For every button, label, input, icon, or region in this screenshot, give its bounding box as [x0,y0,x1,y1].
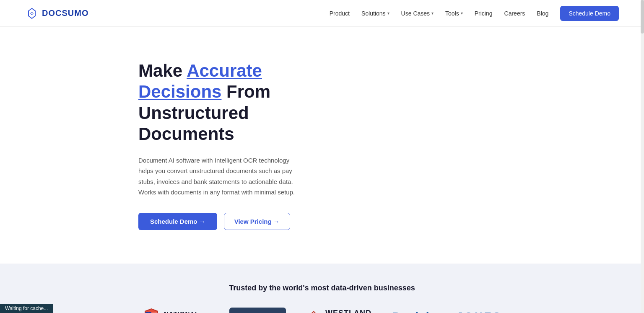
chevron-down-icon: ▾ [461,11,463,16]
nav-item-cta[interactable]: Schedule Demo [560,6,619,21]
valtatech-logo: valtatech [229,308,286,313]
chevron-down-icon: ▾ [387,11,390,16]
logos-grid: ★ NATIONAL — DEBT RELIEF — valtatech WES… [133,308,511,313]
nav-link-pricing[interactable]: Pricing [475,10,493,17]
nav-item-usecases[interactable]: Use Cases ▾ [401,10,434,17]
decisiv-logo: Decisiv [392,310,436,313]
hero-schedule-demo-button[interactable]: Schedule Demo → [138,213,217,230]
hero-view-pricing-button[interactable]: View Pricing → [224,213,290,230]
trust-title: Trusted by the world's most data-driven … [0,284,644,292]
nav-link-careers[interactable]: Careers [504,10,525,17]
status-bar: Waiting for cache... [0,304,53,313]
scrollbar-thumb[interactable] [641,0,644,34]
nav-schedule-demo-button[interactable]: Schedule Demo [560,6,619,21]
nav-item-product[interactable]: Product [330,10,350,17]
logo-text: DOCSUMO [42,8,88,18]
hero-cta-buttons: Schedule Demo → View Pricing → [138,213,644,230]
nav-item-solutions[interactable]: Solutions ▾ [361,10,390,17]
nav-item-careers[interactable]: Careers [504,10,525,17]
nav-link-blog[interactable]: Blog [537,10,548,17]
jones-logo: JONES [457,310,502,313]
chevron-down-icon: ▾ [431,11,434,16]
westland-logo: WESTLAND Real Estate Group INVEST • DEVE… [306,309,372,313]
nav-links: Product Solutions ▾ Use Cases ▾ Tools ▾ … [330,6,619,21]
nav-link-usecases[interactable]: Use Cases ▾ [401,10,434,17]
westland-diamond-icon [306,309,321,313]
nav-link-product[interactable]: Product [330,10,350,17]
nav-item-blog[interactable]: Blog [537,10,548,17]
ndr-shield-icon: ★ [142,308,161,313]
hero-description: Document AI software with Intelligent OC… [138,155,306,198]
status-label: Waiting for cache... [5,305,48,311]
trust-section: Trusted by the world's most data-driven … [0,264,644,313]
nav-link-solutions[interactable]: Solutions ▾ [361,10,390,17]
navbar: DOCSUMO Product Solutions ▾ Use Cases ▾ … [0,0,644,27]
national-debt-relief-logo: ★ NATIONAL — DEBT RELIEF — [142,308,209,313]
logo-link[interactable]: DOCSUMO [25,7,88,20]
scrollbar[interactable] [641,0,644,313]
docsumo-logo-icon [25,7,39,20]
nav-item-pricing[interactable]: Pricing [475,10,493,17]
hero-headline: Make Accurate Decisions From Unstructure… [138,60,314,145]
nav-item-tools[interactable]: Tools ▾ [445,10,463,17]
hero-section: Make Accurate Decisions From Unstructure… [0,27,644,264]
nav-link-tools[interactable]: Tools ▾ [445,10,463,17]
svg-point-0 [31,13,33,14]
